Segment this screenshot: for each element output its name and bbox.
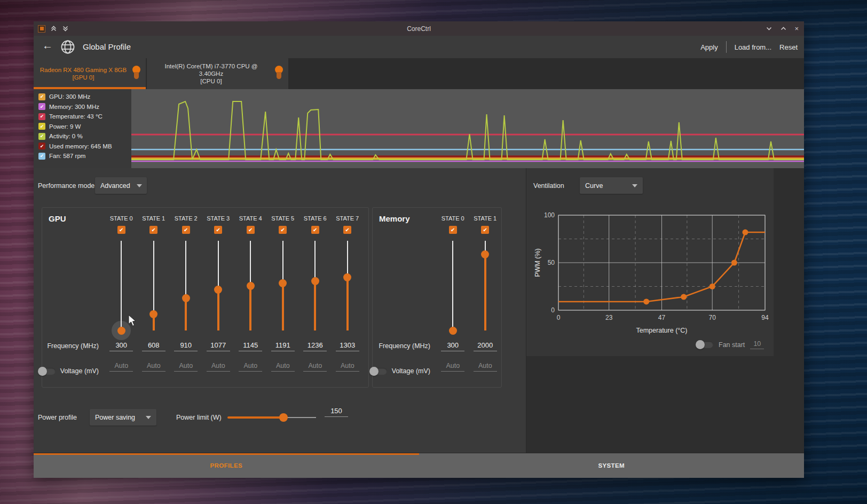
device-tab-gpu[interactable]: Radeon RX 480 Gaming X 8GB[GPU 0] <box>34 58 146 89</box>
legend-item[interactable]: ✔Memory: 300 MHz <box>34 102 131 112</box>
corectrl-window: CoreCtrl × ← Global Profile Apply Load f… <box>34 21 804 478</box>
slider-handle[interactable] <box>149 310 157 318</box>
header-divider <box>726 41 727 53</box>
memory-voltage-toggle[interactable] <box>370 368 387 375</box>
gpu-state-slider-4[interactable] <box>234 238 267 338</box>
gpu-voltage-value-5[interactable]: Auto <box>271 362 295 372</box>
gpu-frequency-value-6[interactable]: 1236 <box>303 341 327 351</box>
gpu-voltage-value-7[interactable]: Auto <box>336 362 359 372</box>
gpu-frequency-value-4[interactable]: 1145 <box>239 341 262 351</box>
maximize-button[interactable] <box>780 25 787 32</box>
fan-curve-point-2[interactable] <box>710 284 715 289</box>
close-button[interactable]: × <box>794 25 799 32</box>
apply-button[interactable]: Apply <box>700 43 718 51</box>
memory-state-checkbox-1[interactable]: ✔ <box>481 226 489 234</box>
legend-checkbox[interactable]: ✔ <box>38 153 45 160</box>
ventilation-label: Ventilation <box>533 182 564 190</box>
memory-state-checkbox-0[interactable]: ✔ <box>449 226 457 234</box>
gpu-state-slider-2[interactable] <box>170 238 202 338</box>
gpu-frequency-value-5[interactable]: 1191 <box>271 341 295 351</box>
gpu-voltage-value-6[interactable]: Auto <box>303 362 327 372</box>
shade-up-icon[interactable] <box>50 25 57 33</box>
device-tab-cpu[interactable]: Intel(R) Core(TM) i7-3770 CPU @ 3.40GHz[… <box>147 58 288 89</box>
legend-checkbox[interactable]: ✔ <box>38 123 45 130</box>
gpu-voltage-value-4[interactable]: Auto <box>239 362 262 372</box>
legend-checkbox[interactable]: ✔ <box>38 143 45 149</box>
slider-handle[interactable] <box>247 282 255 290</box>
fan-curve-point-4[interactable] <box>742 230 748 235</box>
gpu-state-checkbox-3[interactable]: ✔ <box>214 226 222 234</box>
gpu-state-checkbox-2[interactable]: ✔ <box>182 226 190 234</box>
legend-item[interactable]: ✔Used memory: 645 MB <box>34 141 131 152</box>
memory-voltage-value-0[interactable]: Auto <box>441 362 464 372</box>
slider-handle[interactable] <box>343 273 351 281</box>
gpu-voltage-value-3[interactable]: Auto <box>207 362 230 372</box>
gpu-frequency-value-3[interactable]: 1077 <box>207 341 230 351</box>
legend-item[interactable]: ✔Power: 9 W <box>34 122 131 132</box>
legend-checkbox[interactable]: ✔ <box>38 133 45 140</box>
gpu-state-slider-6[interactable] <box>299 238 332 338</box>
footer-tab-profiles[interactable]: PROFILES <box>34 453 419 478</box>
legend-checkbox[interactable]: ✔ <box>38 93 45 100</box>
back-button[interactable]: ← <box>42 40 53 52</box>
gpu-states-group: GPUSTATE 0STATE 1STATE 2STATE 3STATE 4ST… <box>42 207 369 388</box>
fan-curve-point-3[interactable] <box>731 260 737 266</box>
gpu-frequency-value-7[interactable]: 1303 <box>336 341 359 351</box>
gpu-frequency-value-0[interactable]: 300 <box>109 341 133 351</box>
legend-item[interactable]: ✔GPU: 300 MHz <box>34 92 131 102</box>
slider-handle[interactable] <box>481 250 489 258</box>
gpu-state-slider-5[interactable] <box>267 238 299 338</box>
performance-mode-dropdown[interactable]: Advanced <box>95 177 147 194</box>
gpu-state-checkbox-5[interactable]: ✔ <box>279 226 287 234</box>
fan-curve-point-0[interactable] <box>643 298 649 304</box>
fan-curve-chart[interactable]: 023477094050100Temperature (°C)PWM (%) <box>533 209 778 342</box>
power-limit-value[interactable]: 150 <box>325 407 348 417</box>
memory-state-slider-0[interactable] <box>437 238 469 338</box>
power-limit-slider[interactable] <box>227 413 316 422</box>
memory-frequency-value-0[interactable]: 300 <box>441 341 464 351</box>
gpu-frequency-value-1[interactable]: 608 <box>142 341 165 351</box>
gpu-state-checkbox-4[interactable]: ✔ <box>247 226 255 234</box>
gpu-voltage-value-1[interactable]: Auto <box>142 362 165 372</box>
load-from-button[interactable]: Load from... <box>735 43 771 51</box>
memory-voltage-value-1[interactable]: Auto <box>474 362 497 372</box>
gpu-state-slider-3[interactable] <box>202 238 235 338</box>
gpu-state-checkbox-1[interactable]: ✔ <box>149 226 157 234</box>
slider-handle[interactable] <box>182 294 190 302</box>
fan-start-toggle[interactable] <box>696 341 713 348</box>
gpu-frequency-value-2[interactable]: 910 <box>174 341 198 351</box>
legend-item[interactable]: ✔Fan: 587 rpm <box>34 151 131 161</box>
legend-checkbox[interactable]: ✔ <box>38 113 45 120</box>
chevron-down-icon <box>632 184 637 187</box>
legend-item[interactable]: ✔Temperature: 43 °C <box>34 112 131 122</box>
memory-frequency-value-1[interactable]: 2000 <box>474 341 497 351</box>
gpu-state-slider-7[interactable] <box>332 238 364 338</box>
ventilation-mode-dropdown[interactable]: Curve <box>580 177 643 194</box>
slider-handle[interactable] <box>117 327 125 335</box>
slider-handle[interactable] <box>311 277 319 285</box>
gpu-state-checkbox-6[interactable]: ✔ <box>311 226 319 234</box>
footer-tab-system[interactable]: SYSTEM <box>419 453 805 478</box>
minimize-button[interactable] <box>766 25 773 32</box>
slider-handle[interactable] <box>449 327 457 335</box>
fan-curve-point-1[interactable] <box>681 294 687 300</box>
memory-state-slider-1[interactable] <box>469 238 502 338</box>
gpu-voltage-value-2[interactable]: Auto <box>174 362 198 372</box>
gpu-voltage-value-0[interactable]: Auto <box>109 362 133 372</box>
gpu-voltage-toggle[interactable] <box>38 368 56 375</box>
reset-button[interactable]: Reset <box>779 43 798 51</box>
legend-checkbox[interactable]: ✔ <box>38 103 45 110</box>
gpu-state-checkbox-7[interactable]: ✔ <box>343 226 351 234</box>
gpu-state-checkbox-0[interactable]: ✔ <box>117 226 125 234</box>
fan-chart-x-tick: 94 <box>761 314 769 321</box>
legend-item[interactable]: ✔Activity: 0 % <box>34 131 131 141</box>
gpu-state-slider-1[interactable] <box>138 238 170 338</box>
fan-start-value[interactable]: 10 <box>750 340 764 349</box>
shade-down-icon[interactable] <box>61 25 69 33</box>
memory-states-group: MemorySTATE 0STATE 1✔✔Frequency (MHz)300… <box>372 207 502 388</box>
slider-handle[interactable] <box>214 286 222 294</box>
slider-handle[interactable] <box>279 413 288 422</box>
slider-handle[interactable] <box>279 279 287 287</box>
window-title: CoreCtrl <box>34 25 804 33</box>
power-profile-dropdown[interactable]: Power saving <box>90 409 156 426</box>
